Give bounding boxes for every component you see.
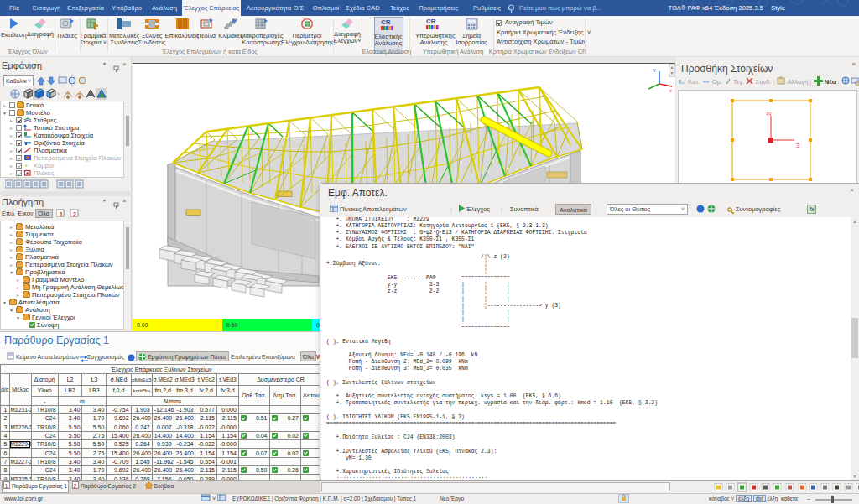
svg-text:3: 3 (796, 142, 800, 149)
svg-text:y: y (653, 67, 656, 72)
svg-text:CR: CR (381, 18, 391, 26)
svg-text:x: x (669, 88, 672, 93)
svg-text:˅: ˅ (57, 91, 60, 96)
svg-text:2: 2 (74, 483, 77, 489)
svg-text:1: 1 (60, 211, 63, 217)
svg-text:CR: CR (426, 18, 436, 25)
svg-text:+: + (24, 162, 29, 169)
svg-text:2: 2 (765, 112, 773, 116)
svg-text:1: 1 (5, 483, 8, 489)
svg-text:2: 2 (73, 211, 76, 217)
